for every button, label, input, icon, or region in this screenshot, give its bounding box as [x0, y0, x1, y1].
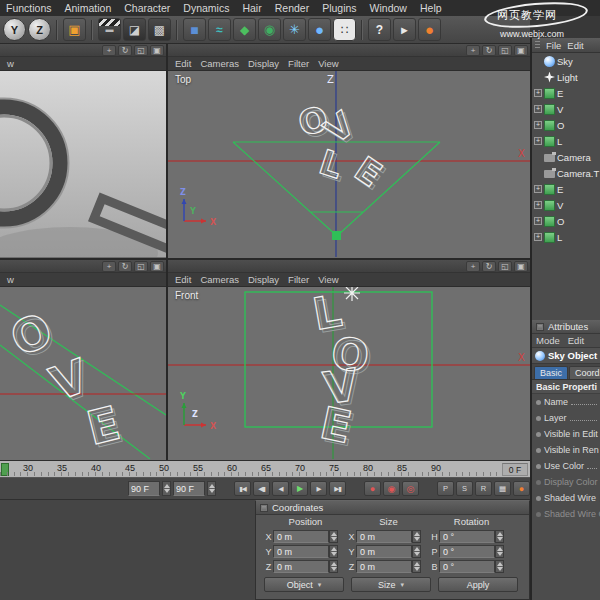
- object-row-e2[interactable]: + E: [532, 181, 600, 197]
- menu-functions[interactable]: Functions: [6, 2, 52, 14]
- record-material-icon[interactable]: ●: [513, 481, 530, 496]
- record-parameter-toggle[interactable]: ▦: [494, 481, 511, 496]
- attributes-titlebar[interactable]: Attributes: [532, 320, 600, 334]
- menu-help[interactable]: Help: [420, 2, 442, 14]
- object-row-l[interactable]: + L: [532, 133, 600, 149]
- position-y-spinner[interactable]: [329, 545, 338, 558]
- viewport-menu-edit[interactable]: Edit: [175, 274, 191, 285]
- selection-arrow-icon[interactable]: ►: [393, 18, 416, 41]
- attr-row-name[interactable]: Name: [532, 394, 600, 410]
- object-row-v[interactable]: + V: [532, 101, 600, 117]
- render-view-icon[interactable]: ▬: [98, 18, 121, 41]
- axis-z-lock-icon[interactable]: Z: [28, 18, 51, 41]
- maximize-icon[interactable]: ▣: [514, 45, 528, 56]
- keyframe-selection-button[interactable]: ◎: [402, 481, 419, 496]
- attr-row-layer[interactable]: Layer: [532, 410, 600, 426]
- record-position-toggle[interactable]: P: [437, 481, 454, 496]
- expand-icon[interactable]: +: [534, 121, 542, 129]
- play-button[interactable]: ▶: [291, 481, 308, 496]
- end-frame-input[interactable]: [173, 481, 205, 496]
- viewport-menu-cameras[interactable]: Cameras: [200, 274, 239, 285]
- expand-icon[interactable]: +: [534, 201, 542, 209]
- size-x-spinner[interactable]: [412, 530, 421, 543]
- light-object[interactable]: [344, 287, 360, 301]
- goto-end-button[interactable]: ▶▮: [329, 481, 346, 496]
- attr-row-visible-in-renderer[interactable]: Visible in Ren: [532, 442, 600, 458]
- frame-spinner[interactable]: [162, 481, 171, 496]
- current-frame-input[interactable]: [502, 463, 528, 476]
- size-z-spinner[interactable]: [412, 560, 421, 573]
- viewport-menu-edit[interactable]: Edit: [175, 58, 191, 69]
- attributes-object-row[interactable]: Sky Object: [532, 348, 600, 364]
- rotate-icon[interactable]: ↻: [118, 45, 132, 56]
- object-row-v2[interactable]: + V: [532, 197, 600, 213]
- autokey-button[interactable]: ◉: [383, 481, 400, 496]
- size-z-input[interactable]: [356, 560, 412, 573]
- object-dropdown[interactable]: Object ▾: [264, 577, 344, 592]
- viewport-menu-filter[interactable]: Filter: [288, 274, 309, 285]
- rotate-icon[interactable]: ↻: [482, 261, 496, 272]
- rotation-b-spinner[interactable]: [495, 560, 504, 573]
- maximize-icon[interactable]: ▣: [150, 261, 164, 272]
- attr-row-use-color[interactable]: Use Color: [532, 458, 600, 474]
- om-menu-edit[interactable]: Edit: [567, 40, 583, 51]
- object-row-camera-target[interactable]: Camera.T: [532, 165, 600, 181]
- camera-object[interactable]: [332, 231, 341, 240]
- object-row-o2[interactable]: + O: [532, 213, 600, 229]
- menu-plugins[interactable]: Plugins: [322, 2, 356, 14]
- expand-icon[interactable]: +: [534, 217, 542, 225]
- add-deformer-icon[interactable]: ✳: [283, 18, 306, 41]
- viewport-menu-cameras[interactable]: Cameras: [200, 58, 239, 69]
- prev-key-button[interactable]: ◀▮: [253, 481, 270, 496]
- scale-icon[interactable]: ◱: [498, 45, 512, 56]
- viewport-menu-display[interactable]: Display: [248, 274, 279, 285]
- help-cursor-icon[interactable]: ?: [368, 18, 391, 41]
- next-frame-button[interactable]: ▶: [310, 481, 327, 496]
- rotation-b-input[interactable]: [439, 560, 495, 573]
- frame-spinner[interactable]: [207, 481, 216, 496]
- record-keyframe-button[interactable]: ●: [364, 481, 381, 496]
- side-canvas[interactable]: O O V V E E: [0, 287, 166, 459]
- pan-icon[interactable]: +: [466, 45, 480, 56]
- maximize-icon[interactable]: ▣: [514, 261, 528, 272]
- add-spline-icon[interactable]: ≈: [208, 18, 231, 41]
- position-z-input[interactable]: [273, 560, 329, 573]
- add-modeling-icon[interactable]: ◉: [258, 18, 281, 41]
- size-y-input[interactable]: [356, 545, 412, 558]
- rotation-h-input[interactable]: [439, 530, 495, 543]
- rotation-h-spinner[interactable]: [495, 530, 504, 543]
- goto-start-button[interactable]: ▮◀: [234, 481, 251, 496]
- rotation-p-input[interactable]: [439, 545, 495, 558]
- scale-icon[interactable]: ◱: [498, 261, 512, 272]
- coordinates-titlebar[interactable]: Coordinates: [256, 501, 529, 515]
- top-canvas[interactable]: Top Z X L L O O V: [168, 71, 530, 257]
- add-environment-icon[interactable]: ●: [308, 18, 331, 41]
- start-frame-input[interactable]: [128, 481, 160, 496]
- object-row-o[interactable]: + O: [532, 117, 600, 133]
- object-row-camera[interactable]: Camera: [532, 149, 600, 165]
- size-dropdown[interactable]: Size ▾: [351, 577, 431, 592]
- viewport-menu-view[interactable]: View: [318, 274, 338, 285]
- pan-icon[interactable]: +: [102, 45, 116, 56]
- random-dice-icon[interactable]: ∷: [333, 18, 356, 41]
- rotate-icon[interactable]: ↻: [482, 45, 496, 56]
- expand-icon[interactable]: +: [534, 137, 542, 145]
- menu-character[interactable]: Character: [124, 2, 170, 14]
- object-row-l2[interactable]: + L: [532, 229, 600, 245]
- expand-icon[interactable]: +: [534, 185, 542, 193]
- viewport-menu-display[interactable]: Display: [248, 58, 279, 69]
- position-y-input[interactable]: [273, 545, 329, 558]
- attr-menu-mode[interactable]: Mode: [536, 335, 560, 346]
- expand-icon[interactable]: +: [534, 89, 542, 97]
- object-row-sky[interactable]: Sky: [532, 53, 600, 69]
- coordinate-system-icon[interactable]: ▣: [63, 18, 86, 41]
- attr-row-shaded-wire[interactable]: Shaded Wire: [532, 490, 600, 506]
- size-x-input[interactable]: [356, 530, 412, 543]
- viewport-menu-remnant[interactable]: w: [7, 274, 14, 285]
- apply-button[interactable]: Apply: [438, 577, 518, 592]
- menu-dynamics[interactable]: Dynamics: [183, 2, 229, 14]
- attr-row-visible-in-editor[interactable]: Visible in Edit: [532, 426, 600, 442]
- scale-icon[interactable]: ◱: [134, 261, 148, 272]
- object-row-light[interactable]: Light: [532, 69, 600, 85]
- position-x-spinner[interactable]: [329, 530, 338, 543]
